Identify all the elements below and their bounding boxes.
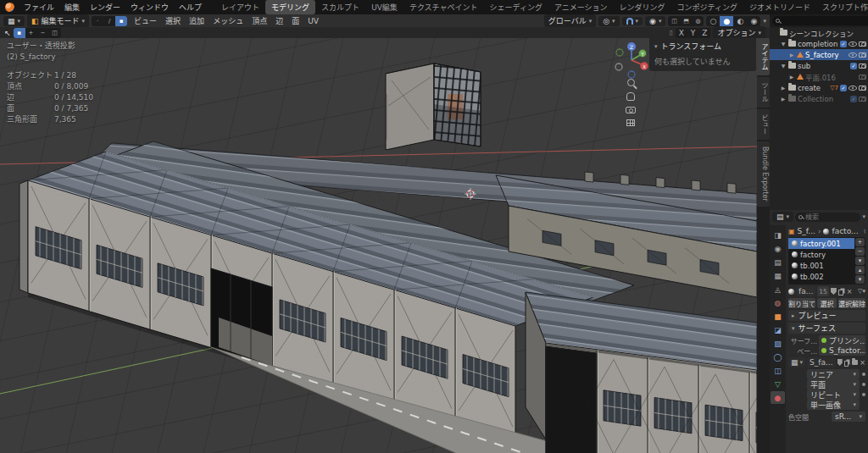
properties-search-input[interactable]	[805, 213, 857, 221]
properties-search[interactable]	[795, 213, 860, 222]
colorspace-dropdown[interactable]: sR...▾	[832, 412, 865, 422]
unlink-icon[interactable]: ×	[847, 288, 853, 296]
sidebar-tab[interactable]: ツール	[757, 77, 770, 108]
hide-eye-icon[interactable]	[849, 52, 857, 58]
hide-eye-icon[interactable]	[849, 41, 857, 47]
navigation-gizmo[interactable]: Z Y X	[612, 40, 651, 80]
material-slot[interactable]: factory.001	[788, 238, 854, 249]
viewport-menu-item[interactable]: UV	[303, 16, 323, 26]
properties-tab-physics[interactable]: ◯	[771, 351, 785, 363]
surface-value-button[interactable]: S_factor...	[819, 345, 865, 356]
select-invert-button[interactable]: ◫	[49, 28, 61, 38]
fake-user-icon[interactable]	[831, 288, 837, 295]
properties-editor-type-button[interactable]: ▤▾	[772, 212, 793, 222]
material-shading-button[interactable]: ◐	[733, 16, 747, 26]
collapse-icon[interactable]: ▾	[654, 43, 658, 50]
workspace-tab[interactable]: UV編集	[365, 0, 403, 14]
workspace-tab[interactable]: コンポジティング	[671, 0, 743, 14]
menubar-item[interactable]: レンダー	[85, 2, 125, 14]
outliner-row[interactable]: ▼sub✓	[770, 60, 868, 71]
workspace-tab[interactable]: ジオメトリノード	[743, 0, 816, 14]
properties-tab-object-data[interactable]: ▽	[771, 378, 785, 390]
copy-icon[interactable]	[844, 361, 849, 367]
exclude-checkbox[interactable]: ✓	[840, 41, 847, 47]
properties-tab-world[interactable]: ◍	[771, 296, 785, 309]
workspace-tab[interactable]: アニメーション	[548, 0, 614, 14]
workspace-tab[interactable]: モデリング	[265, 0, 315, 14]
xray-toggle[interactable]: ◍	[692, 16, 704, 26]
options-dropdown[interactable]: オプション▾	[713, 26, 765, 39]
viewport-menu-item[interactable]: 追加	[185, 16, 209, 26]
expand-icon[interactable]: ▶	[788, 74, 795, 80]
viewport-menu-item[interactable]: 面	[287, 16, 303, 26]
sidebar-tab[interactable]: ビュー	[757, 109, 770, 140]
setting-dropdown[interactable]: 単一画像▾	[807, 400, 860, 410]
assign-button[interactable]: 割り当て	[788, 298, 815, 308]
properties-tab-render[interactable]: ◉	[771, 242, 785, 255]
workspace-tab[interactable]: シェーディング	[484, 0, 548, 14]
mode-dropdown[interactable]: ◧編集モード▾	[27, 14, 89, 27]
disable-render-icon[interactable]	[859, 52, 866, 58]
breadcrumb-object[interactable]: S_f...	[798, 227, 815, 235]
properties-tab-constraints[interactable]: ◫	[771, 364, 785, 377]
open-image-icon[interactable]	[852, 360, 858, 365]
disable-render-icon[interactable]	[859, 86, 866, 91]
copy-icon[interactable]	[838, 290, 843, 296]
disable-render-icon[interactable]	[859, 41, 866, 47]
setting-dropdown[interactable]: 平面▾	[807, 379, 860, 389]
disable-render-icon[interactable]	[859, 75, 866, 80]
shading-dropdown[interactable]: ▾	[763, 18, 766, 25]
exclude-checkbox[interactable]: ✓	[840, 85, 847, 91]
workspace-tab[interactable]: スカルプト	[315, 0, 365, 14]
move-slot-up-button[interactable]: ▴	[855, 266, 865, 274]
outliner-row[interactable]: シーンコレクション	[770, 27, 868, 38]
viewport-menu-item[interactable]: 辺	[271, 16, 287, 26]
outliner-row[interactable]: ▶create▽7✓	[770, 82, 868, 93]
properties-tab-material[interactable]: ●	[771, 391, 785, 404]
outliner-row[interactable]: ▶平面.016	[770, 71, 868, 82]
rendered-shading-button[interactable]: ◉	[747, 16, 760, 26]
menubar-item[interactable]: ヘルプ	[174, 2, 207, 14]
edge-select-button[interactable]: ∕	[103, 16, 115, 26]
pin-icon[interactable]: ⊙	[864, 227, 865, 235]
workspace-tab[interactable]: テクスチャペイント	[403, 0, 484, 14]
active-tool-icon[interactable]: ↖	[4, 29, 11, 37]
workspace-tab[interactable]: レンダリング	[614, 0, 671, 14]
setting-dropdown[interactable]: リニア▾	[807, 369, 860, 379]
viewport-menu-item[interactable]: メッシュ	[209, 16, 248, 26]
viewport-menu-item[interactable]: 頂点	[248, 16, 271, 26]
mirror-axis-toggle[interactable]: Y	[687, 28, 699, 38]
preview-panel-header[interactable]: ▸プレビュー	[788, 310, 865, 321]
menubar-item[interactable]: ウィンドウ	[125, 2, 174, 14]
material-slot[interactable]: tb.001	[788, 260, 854, 271]
remove-slot-button[interactable]: −	[855, 247, 865, 256]
exclude-checkbox[interactable]: ✓	[850, 96, 857, 102]
image-browse-button[interactable]: ▦▾	[788, 357, 805, 367]
exclude-checkbox[interactable]: ✓	[850, 63, 857, 69]
wireframe-shading-button[interactable]: ○	[706, 16, 720, 26]
pivot-point-dropdown[interactable]: ◎▾	[598, 16, 619, 26]
mirror-axis-toggle[interactable]: X	[676, 28, 687, 38]
transform-orientation-dropdown[interactable]: グローバル▾	[544, 14, 596, 27]
specials-icon[interactable]: ▽▾	[858, 288, 865, 295]
outliner-search[interactable]	[772, 16, 868, 25]
material-slot[interactable]: factory	[788, 249, 854, 260]
workspace-tab[interactable]: レイアウト	[215, 0, 265, 14]
properties-tab-tool[interactable]: ◨	[771, 229, 785, 241]
collapse-icon[interactable]: ▼	[780, 63, 787, 69]
material-preview-icon[interactable]	[788, 289, 794, 295]
disable-render-icon[interactable]	[859, 64, 866, 69]
outliner-row[interactable]: ▼completion✓	[770, 38, 868, 49]
breadcrumb-material[interactable]: facto...	[832, 227, 858, 235]
properties-tab-modifier[interactable]: ◪	[771, 323, 785, 336]
viewport-canvas[interactable]	[0, 38, 757, 453]
3d-viewport[interactable]: ユーザー・透視投影 (2) S_factory オブジェクト1 / 28頂点0 …	[0, 38, 757, 453]
mirror-axis-toggle[interactable]: Z	[698, 28, 710, 38]
ortho-toggle-icon[interactable]	[626, 119, 635, 126]
setting-dropdown[interactable]: リピート▾	[807, 389, 860, 400]
properties-tab-scene[interactable]: ◬	[771, 283, 785, 296]
editor-type-button[interactable]: ▦▾	[3, 16, 25, 26]
properties-tab-output[interactable]: ▤	[771, 256, 785, 268]
properties-tab-particles[interactable]: ▨	[771, 337, 785, 350]
unlink-icon[interactable]: ×	[860, 359, 865, 367]
